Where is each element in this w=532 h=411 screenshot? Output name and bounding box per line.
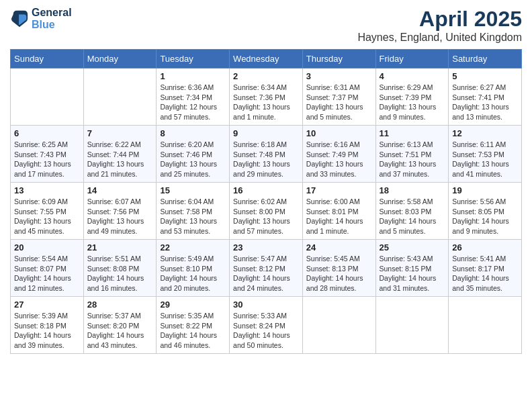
calendar: SundayMondayTuesdayWednesdayThursdayFrid… bbox=[10, 49, 522, 354]
calendar-cell bbox=[375, 297, 449, 354]
day-info: Sunrise: 6:27 AMSunset: 7:41 PMDaylight:… bbox=[452, 83, 518, 122]
calendar-header-friday: Friday bbox=[375, 50, 449, 68]
day-number: 2 bbox=[233, 71, 299, 81]
calendar-week-4: 20 Sunrise: 5:54 AMSunset: 8:07 PMDaylig… bbox=[11, 240, 522, 297]
day-number: 26 bbox=[452, 242, 518, 253]
logo-line2: Blue bbox=[32, 19, 72, 31]
day-number: 28 bbox=[87, 300, 153, 310]
day-number: 25 bbox=[380, 242, 445, 253]
calendar-cell: 22 Sunrise: 5:49 AMSunset: 8:10 PMDaylig… bbox=[157, 240, 230, 297]
calendar-cell bbox=[11, 68, 84, 126]
day-info: Sunrise: 5:43 AMSunset: 8:15 PMDaylight:… bbox=[380, 254, 445, 293]
day-number: 7 bbox=[87, 128, 153, 138]
day-number: 14 bbox=[87, 185, 153, 195]
calendar-cell: 8 Sunrise: 6:20 AMSunset: 7:46 PMDayligh… bbox=[157, 126, 230, 183]
calendar-cell: 2 Sunrise: 6:34 AMSunset: 7:36 PMDayligh… bbox=[230, 68, 303, 126]
day-number: 16 bbox=[233, 185, 299, 195]
day-number: 15 bbox=[160, 185, 226, 195]
day-number: 19 bbox=[452, 185, 518, 195]
calendar-cell: 9 Sunrise: 6:18 AMSunset: 7:48 PMDayligh… bbox=[230, 126, 303, 183]
day-info: Sunrise: 6:20 AMSunset: 7:46 PMDaylight:… bbox=[160, 140, 226, 179]
logo-line1: General bbox=[32, 7, 72, 19]
calendar-cell bbox=[302, 297, 375, 354]
calendar-week-5: 27 Sunrise: 5:39 AMSunset: 8:18 PMDaylig… bbox=[11, 297, 522, 354]
day-number: 8 bbox=[160, 128, 226, 138]
calendar-header-saturday: Saturday bbox=[449, 50, 522, 68]
day-number: 13 bbox=[14, 185, 80, 195]
calendar-cell: 26 Sunrise: 5:41 AMSunset: 8:17 PMDaylig… bbox=[449, 240, 522, 297]
day-info: Sunrise: 5:56 AMSunset: 8:05 PMDaylight:… bbox=[452, 197, 518, 236]
day-info: Sunrise: 6:36 AMSunset: 7:34 PMDaylight:… bbox=[160, 83, 226, 122]
day-number: 21 bbox=[87, 242, 153, 253]
day-number: 18 bbox=[380, 185, 445, 195]
calendar-header-monday: Monday bbox=[83, 50, 157, 68]
day-info: Sunrise: 6:11 AMSunset: 7:53 PMDaylight:… bbox=[452, 140, 518, 179]
day-number: 17 bbox=[306, 185, 372, 195]
calendar-cell: 25 Sunrise: 5:43 AMSunset: 8:15 PMDaylig… bbox=[375, 240, 449, 297]
day-number: 30 bbox=[233, 300, 299, 310]
calendar-cell: 11 Sunrise: 6:13 AMSunset: 7:51 PMDaylig… bbox=[375, 126, 449, 183]
day-info: Sunrise: 5:45 AMSunset: 8:13 PMDaylight:… bbox=[306, 254, 372, 293]
day-info: Sunrise: 6:22 AMSunset: 7:44 PMDaylight:… bbox=[87, 140, 153, 179]
day-number: 10 bbox=[306, 128, 372, 138]
day-number: 12 bbox=[452, 128, 518, 138]
day-info: Sunrise: 6:31 AMSunset: 7:37 PMDaylight:… bbox=[306, 83, 372, 122]
calendar-cell: 6 Sunrise: 6:25 AMSunset: 7:43 PMDayligh… bbox=[11, 126, 84, 183]
day-number: 4 bbox=[380, 71, 445, 81]
calendar-week-2: 6 Sunrise: 6:25 AMSunset: 7:43 PMDayligh… bbox=[11, 126, 522, 183]
calendar-cell: 17 Sunrise: 6:00 AMSunset: 8:01 PMDaylig… bbox=[302, 183, 375, 240]
calendar-cell: 20 Sunrise: 5:54 AMSunset: 8:07 PMDaylig… bbox=[11, 240, 84, 297]
day-info: Sunrise: 5:58 AMSunset: 8:03 PMDaylight:… bbox=[380, 197, 445, 236]
calendar-header-sunday: Sunday bbox=[11, 50, 84, 68]
day-number: 24 bbox=[306, 242, 372, 253]
day-info: Sunrise: 6:00 AMSunset: 8:01 PMDaylight:… bbox=[306, 197, 372, 236]
calendar-cell: 5 Sunrise: 6:27 AMSunset: 7:41 PMDayligh… bbox=[449, 68, 522, 126]
day-info: Sunrise: 5:49 AMSunset: 8:10 PMDaylight:… bbox=[160, 254, 226, 293]
day-number: 22 bbox=[160, 242, 226, 253]
day-number: 9 bbox=[233, 128, 299, 138]
day-info: Sunrise: 5:37 AMSunset: 8:20 PMDaylight:… bbox=[87, 311, 153, 351]
day-info: Sunrise: 5:39 AMSunset: 8:18 PMDaylight:… bbox=[14, 311, 80, 351]
calendar-cell: 10 Sunrise: 6:16 AMSunset: 7:49 PMDaylig… bbox=[302, 126, 375, 183]
calendar-cell: 21 Sunrise: 5:51 AMSunset: 8:08 PMDaylig… bbox=[83, 240, 157, 297]
day-number: 29 bbox=[160, 300, 226, 310]
calendar-cell: 3 Sunrise: 6:31 AMSunset: 7:37 PMDayligh… bbox=[302, 68, 375, 126]
day-number: 23 bbox=[233, 242, 299, 253]
day-number: 3 bbox=[306, 71, 372, 81]
day-info: Sunrise: 6:16 AMSunset: 7:49 PMDaylight:… bbox=[306, 140, 372, 179]
day-info: Sunrise: 6:25 AMSunset: 7:43 PMDaylight:… bbox=[14, 140, 80, 179]
calendar-header-wednesday: Wednesday bbox=[230, 50, 303, 68]
calendar-cell: 18 Sunrise: 5:58 AMSunset: 8:03 PMDaylig… bbox=[375, 183, 449, 240]
header: General Blue April 2025 Haynes, England,… bbox=[10, 7, 522, 44]
calendar-cell: 4 Sunrise: 6:29 AMSunset: 7:39 PMDayligh… bbox=[375, 68, 449, 126]
calendar-cell: 13 Sunrise: 6:09 AMSunset: 7:55 PMDaylig… bbox=[11, 183, 84, 240]
day-info: Sunrise: 5:51 AMSunset: 8:08 PMDaylight:… bbox=[87, 254, 153, 293]
title-area: April 2025 Haynes, England, United Kingd… bbox=[357, 7, 522, 44]
day-info: Sunrise: 6:04 AMSunset: 7:58 PMDaylight:… bbox=[160, 197, 226, 236]
month-title: April 2025 bbox=[357, 7, 522, 32]
day-number: 6 bbox=[14, 128, 80, 138]
day-info: Sunrise: 6:13 AMSunset: 7:51 PMDaylight:… bbox=[380, 140, 445, 179]
calendar-cell bbox=[449, 297, 522, 354]
day-info: Sunrise: 6:29 AMSunset: 7:39 PMDaylight:… bbox=[380, 83, 445, 122]
calendar-header-thursday: Thursday bbox=[302, 50, 375, 68]
calendar-cell: 16 Sunrise: 6:02 AMSunset: 8:00 PMDaylig… bbox=[230, 183, 303, 240]
calendar-cell: 23 Sunrise: 5:47 AMSunset: 8:12 PMDaylig… bbox=[230, 240, 303, 297]
day-number: 5 bbox=[452, 71, 518, 81]
calendar-cell: 29 Sunrise: 5:35 AMSunset: 8:22 PMDaylig… bbox=[157, 297, 230, 354]
day-number: 20 bbox=[14, 242, 80, 253]
day-info: Sunrise: 6:07 AMSunset: 7:56 PMDaylight:… bbox=[87, 197, 153, 236]
day-info: Sunrise: 6:34 AMSunset: 7:36 PMDaylight:… bbox=[233, 83, 299, 122]
calendar-cell: 14 Sunrise: 6:07 AMSunset: 7:56 PMDaylig… bbox=[83, 183, 157, 240]
calendar-cell: 7 Sunrise: 6:22 AMSunset: 7:44 PMDayligh… bbox=[83, 126, 157, 183]
day-info: Sunrise: 5:35 AMSunset: 8:22 PMDaylight:… bbox=[160, 311, 226, 351]
calendar-cell bbox=[83, 68, 157, 126]
calendar-cell: 30 Sunrise: 5:33 AMSunset: 8:24 PMDaylig… bbox=[230, 297, 303, 354]
calendar-cell: 1 Sunrise: 6:36 AMSunset: 7:34 PMDayligh… bbox=[157, 68, 230, 126]
calendar-week-3: 13 Sunrise: 6:09 AMSunset: 7:55 PMDaylig… bbox=[11, 183, 522, 240]
calendar-cell: 28 Sunrise: 5:37 AMSunset: 8:20 PMDaylig… bbox=[83, 297, 157, 354]
location-title: Haynes, England, United Kingdom bbox=[357, 32, 522, 44]
day-info: Sunrise: 5:33 AMSunset: 8:24 PMDaylight:… bbox=[233, 311, 299, 351]
day-info: Sunrise: 6:02 AMSunset: 8:00 PMDaylight:… bbox=[233, 197, 299, 236]
day-info: Sunrise: 6:18 AMSunset: 7:48 PMDaylight:… bbox=[233, 140, 299, 179]
